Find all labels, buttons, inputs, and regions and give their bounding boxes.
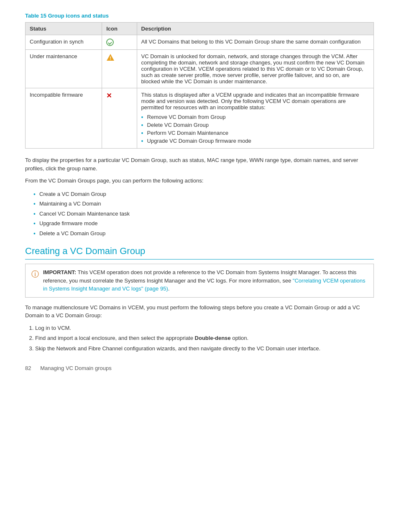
desc-cell-incompatible: This status is displayed after a VCEM up… bbox=[137, 88, 373, 149]
page-footer: 82 Managing VC Domain groups bbox=[25, 365, 374, 371]
footer-text: Managing VC Domain groups bbox=[40, 365, 112, 371]
list-item: Delete a VC Domain Group bbox=[33, 229, 374, 239]
important-content: IMPORTANT: This VCEM operation does not … bbox=[43, 268, 368, 293]
icon-cell-synch bbox=[102, 35, 137, 50]
incompatible-desc-intro: This status is displayed after a VCEM up… bbox=[141, 92, 359, 111]
step2-text-post: option. bbox=[231, 335, 249, 341]
list-item: Remove VC Domain from Group bbox=[141, 113, 369, 121]
desc-cell-synch: All VC Domains that belong to this VC Do… bbox=[137, 35, 373, 50]
col-header-description: Description bbox=[137, 23, 373, 35]
desc-cell-maintenance: VC Domain is unlocked for domain, networ… bbox=[137, 50, 373, 88]
status-cell-incompatible: Incompatible firmware bbox=[26, 88, 102, 149]
list-item: Delete VC Domain Group bbox=[141, 121, 369, 129]
body-para1: To display the properties for a particul… bbox=[25, 156, 374, 172]
list-item: Perform VC Domain Maintenance bbox=[141, 129, 369, 137]
steps-list: Log in to VCM. Find and import a local e… bbox=[25, 324, 374, 353]
page-number: 82 bbox=[25, 365, 31, 371]
list-item: Upgrade VC Domain Group firmware mode bbox=[141, 137, 369, 145]
list-item: Upgrade firmware mode bbox=[33, 218, 374, 229]
table-row: Under maintenance ! VC Domain is unlocke… bbox=[26, 50, 374, 88]
important-period: . bbox=[168, 285, 170, 292]
icon-cell-maintenance: ! bbox=[102, 50, 137, 88]
table-title: Table 15 Group icons and status bbox=[25, 13, 374, 19]
list-item: Log in to VCM. bbox=[35, 324, 374, 332]
important-box: ⓘ IMPORTANT: This VCEM operation does no… bbox=[25, 264, 374, 298]
icon-cell-incompatible: ✕ bbox=[102, 88, 137, 149]
incompatible-bullet-list: Remove VC Domain from Group Delete VC Do… bbox=[141, 113, 369, 145]
col-header-icon: Icon bbox=[102, 23, 137, 35]
list-item: Skip the Network and Fibre Channel confi… bbox=[35, 344, 374, 353]
body-para2: From the VC Domain Groups page, you can … bbox=[25, 177, 374, 185]
list-item: Maintaining a VC Domain bbox=[33, 199, 374, 209]
table-row: Incompatible firmware ✕ This status is d… bbox=[26, 88, 374, 149]
step2-text-pre: Find and import a local enclosure, and t… bbox=[35, 335, 195, 341]
important-label: IMPORTANT: bbox=[43, 269, 76, 275]
footer-spacer bbox=[33, 365, 38, 371]
section-para1: To manage multienclosure VC Domains in V… bbox=[25, 303, 374, 320]
step2-bold: Double-dense bbox=[195, 335, 231, 341]
list-item: Create a VC Domain Group bbox=[33, 189, 374, 199]
table-row: Configuration in synch All VC Domains th… bbox=[26, 35, 374, 50]
list-item: Cancel VC Domain Maintenance task bbox=[33, 209, 374, 219]
synch-icon bbox=[106, 39, 114, 46]
group-icons-table: Status Icon Description Configuration in… bbox=[25, 22, 374, 149]
status-cell-maintenance: Under maintenance bbox=[26, 50, 102, 88]
action-list: Create a VC Domain Group Maintaining a V… bbox=[33, 189, 374, 239]
col-header-status: Status bbox=[26, 23, 102, 35]
section-heading: Creating a VC Domain Group bbox=[25, 246, 374, 260]
list-item: Find and import a local enclosure, and t… bbox=[35, 334, 374, 342]
status-cell-synch: Configuration in synch bbox=[26, 35, 102, 50]
maintenance-icon: ! bbox=[106, 53, 115, 62]
incompatible-icon: ✕ bbox=[106, 92, 112, 99]
important-icon: ⓘ bbox=[31, 269, 39, 280]
svg-text:!: ! bbox=[110, 56, 111, 61]
